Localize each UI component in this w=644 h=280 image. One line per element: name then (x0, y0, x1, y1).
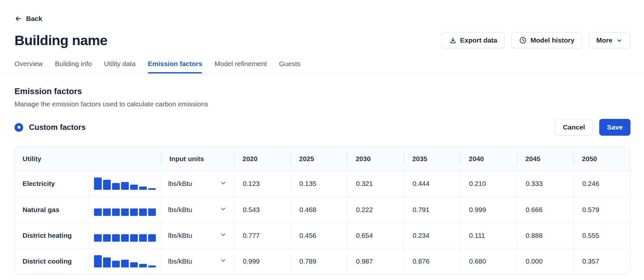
sparkline-bar (121, 208, 129, 216)
sparkline-bar (139, 208, 147, 216)
sparkline-bar (112, 234, 120, 241)
column-header-2035: 2035 (404, 147, 460, 170)
input-units-value: lbs/kBtu (168, 180, 192, 188)
sparkline-bar (121, 182, 129, 190)
sparkline-cell (88, 171, 161, 197)
tab-model-refinement[interactable]: Model refinement (214, 60, 267, 73)
tab-building-info[interactable]: Building info (55, 60, 92, 73)
tab-overview[interactable]: Overview (14, 60, 43, 73)
header-actions: Export data Model history More (441, 32, 630, 48)
sparkline-bar (112, 183, 120, 190)
radio-selected-icon[interactable] (14, 123, 23, 132)
factor-value-cell[interactable]: 0.999 (460, 197, 517, 222)
more-button[interactable]: More (589, 32, 630, 48)
page-title: Building name (14, 33, 107, 48)
factor-value-cell[interactable]: 0.357 (573, 248, 630, 274)
factor-value-cell[interactable]: 0.444 (404, 171, 460, 197)
factor-value-cell[interactable]: 0.987 (347, 248, 404, 274)
input-units-value: lbs/kBtu (168, 257, 192, 265)
column-header-input-units: Input units (161, 147, 234, 170)
factor-value-cell[interactable]: 0.876 (404, 248, 460, 274)
input-units-select[interactable]: lbs/kBtu (161, 223, 234, 248)
sparkline-bar (130, 208, 138, 216)
table-header: Utility Input units 2020 2025 2030 2035 … (15, 147, 630, 171)
utility-name: Electricity (15, 171, 88, 197)
factor-value-cell[interactable]: 0.222 (347, 197, 404, 222)
column-header-2045: 2045 (517, 147, 574, 170)
factor-value-cell[interactable]: 0.555 (573, 223, 630, 248)
sparkline-bar (130, 262, 138, 267)
sparkline-bar (148, 208, 156, 216)
emission-factors-table: Utility Input units 2020 2025 2030 2035 … (14, 147, 630, 274)
factor-value-cell[interactable]: 0.000 (517, 248, 574, 274)
factor-value-cell[interactable]: 0.468 (291, 197, 347, 222)
factor-value-cell[interactable]: 0.123 (234, 171, 291, 197)
table-row: District heating lbs/kBtu 0.7770.4560.65… (15, 222, 630, 248)
model-history-button[interactable]: Model history (511, 32, 582, 48)
factor-value-cell[interactable]: 0.789 (291, 248, 347, 274)
sparkline-bar (139, 264, 147, 267)
sparkline-bar (148, 188, 156, 190)
tab-emission-factors[interactable]: Emission factors (148, 60, 202, 73)
back-arrow-icon (14, 15, 22, 23)
chevron-down-icon (220, 179, 227, 188)
sparkline-bar (112, 208, 120, 216)
sparkline-bar (94, 178, 102, 190)
factor-value-cell[interactable]: 0.666 (517, 197, 574, 222)
factor-value-cell[interactable]: 0.111 (460, 223, 517, 248)
export-data-button[interactable]: Export data (441, 32, 505, 48)
column-header-utility: Utility (15, 147, 161, 170)
sparkline-bar (94, 255, 102, 267)
factor-value-cell[interactable]: 0.999 (234, 248, 291, 274)
sparkline-bar (112, 261, 120, 267)
factor-value-cell[interactable]: 0.777 (234, 223, 291, 248)
column-header-2050: 2050 (573, 147, 630, 170)
sparkline-bar (139, 187, 147, 190)
back-link[interactable]: Back (14, 15, 42, 23)
building-detail-page: Back Building name Export data (0, 0, 644, 274)
export-data-label: Export data (460, 36, 497, 44)
section-subtitle: Manage the emission factors used to calc… (14, 100, 630, 108)
cancel-button[interactable]: Cancel (555, 119, 593, 136)
input-units-select[interactable]: lbs/kBtu (161, 197, 234, 222)
sparkline-cell (88, 248, 161, 274)
tab-guests[interactable]: Guests (279, 60, 300, 73)
factor-value-cell[interactable]: 0.234 (404, 223, 460, 248)
factor-value-cell[interactable]: 0.791 (404, 197, 460, 222)
sparkline-bar (139, 234, 147, 241)
title-row: Building name Export data Model history (14, 32, 630, 48)
custom-factors-option[interactable]: Custom factors (14, 123, 86, 132)
factor-value-cell[interactable]: 0.543 (234, 197, 291, 222)
table-row: District cooling lbs/kBtu 0.9990.7890.98… (15, 248, 630, 274)
factor-value-cell[interactable]: 0.456 (291, 223, 347, 248)
custom-factors-label: Custom factors (29, 123, 86, 132)
input-units-select[interactable]: lbs/kBtu (161, 248, 234, 274)
sparkline-bar (103, 257, 111, 267)
factor-value-cell[interactable]: 0.579 (573, 197, 630, 222)
edit-actions: Cancel Save (555, 119, 630, 136)
table-body: Electricity lbs/kBtu 0.1230.1350.3210.44… (15, 171, 630, 274)
factor-value-cell[interactable]: 0.246 (573, 171, 630, 197)
input-units-value: lbs/kBtu (168, 232, 192, 239)
factor-value-cell[interactable]: 0.654 (347, 223, 404, 248)
back-label: Back (26, 15, 42, 23)
factor-value-cell[interactable]: 0.888 (517, 223, 574, 248)
tab-utility-data[interactable]: Utility data (104, 60, 136, 73)
factor-value-cell[interactable]: 0.210 (460, 171, 517, 197)
sparkline-bar (121, 234, 129, 241)
download-icon (449, 37, 457, 44)
sparkline (94, 178, 156, 190)
factor-value-cell[interactable]: 0.321 (347, 171, 404, 197)
section-title: Emission factors (14, 86, 630, 96)
sparkline-bar (148, 266, 156, 267)
sparkline-bar (103, 180, 111, 190)
factor-value-cell[interactable]: 0.680 (460, 248, 517, 274)
input-units-value: lbs/kBtu (168, 206, 192, 214)
factor-value-cell[interactable]: 0.135 (291, 171, 347, 197)
input-units-select[interactable]: lbs/kBtu (161, 171, 234, 197)
sparkline-bar (130, 185, 138, 190)
utility-name: District cooling (15, 248, 88, 274)
factor-value-cell[interactable]: 0.333 (517, 171, 574, 197)
sparkline-bar (94, 234, 102, 241)
save-button[interactable]: Save (599, 119, 630, 136)
